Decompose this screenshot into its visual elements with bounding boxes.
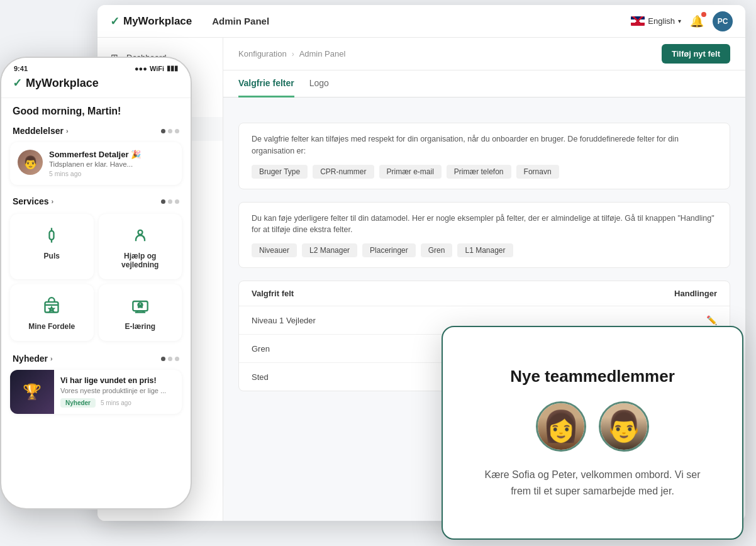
puls-icon	[40, 224, 63, 247]
uk-flag-svg	[631, 16, 645, 26]
tab-valgfrie-felter[interactable]: Valgfrie felter	[238, 70, 294, 98]
dot-3	[175, 357, 179, 361]
table-header: Valgfrit felt Handlinger	[239, 281, 730, 306]
message-time: 5 mins ago	[49, 170, 141, 177]
news-bottom: Nyheder 5 mins ago	[60, 398, 175, 408]
tabs: Valgfrie felter Logo	[223, 70, 745, 98]
service-puls-label: Puls	[44, 252, 60, 260]
dot-1	[161, 129, 165, 133]
tag-l2manager: L2 Manager	[302, 243, 357, 257]
service-elaering-label: E-læring	[125, 322, 155, 331]
messages-dots	[161, 129, 179, 133]
phone-header: ✓ MyWorkplace	[1, 72, 191, 98]
service-elaering[interactable]: E-læring	[99, 284, 182, 341]
add-field-button[interactable]: Tilføj nyt felt	[662, 44, 730, 64]
notification-badge	[701, 12, 706, 17]
tag-bruger-type: Bruger Type	[252, 165, 308, 179]
tag-placeringer: Placeringer	[362, 243, 416, 257]
field-name-gren: Gren	[252, 344, 270, 354]
news-image: 🏆	[10, 370, 54, 414]
service-help-label: Hjælp og vejledning	[106, 252, 175, 269]
welcome-avatars	[536, 401, 649, 452]
news-section-header: Nyheder ›	[1, 345, 191, 367]
lang-chevron-icon: ▾	[678, 18, 681, 25]
message-avatar: 👨	[18, 150, 43, 175]
news-content: Vi har lige vundet en pris! Vores nyeste…	[60, 370, 182, 414]
tag-niveauer: Niveauer	[252, 243, 297, 257]
signal-icon: ●●●	[135, 65, 147, 72]
message-card[interactable]: 👨 Sommerfest Detaljer 🎉 Tidsplanen er kl…	[10, 142, 182, 185]
dot-2	[168, 129, 172, 133]
tag-gren: Gren	[421, 243, 453, 257]
flag-icon	[631, 16, 645, 26]
edit-niveau-button[interactable]: ✏️	[706, 315, 717, 325]
avatar-sofia	[536, 401, 586, 452]
avatar-peter	[599, 401, 649, 452]
service-fordele-label: Mine Fordele	[28, 322, 75, 331]
dot-1	[161, 199, 165, 204]
message-preview: Tidsplanen er klar. Have...	[49, 160, 141, 168]
services-grid: Puls Hjælp og vejledning	[1, 210, 191, 345]
tag-cpr: CPR-nummer	[313, 165, 374, 179]
welcome-card: Nye teammedlemmer Kære Sofia og Peter, v…	[442, 326, 743, 540]
language-label: English	[648, 16, 675, 26]
breadcrumb-root: Konfiguration	[238, 49, 287, 58]
breadcrumb-separator: ›	[292, 50, 294, 58]
phone-status-icons: ●●● WiFi ▮▮▮	[135, 64, 178, 72]
info-text-2: Du kan føje yderligere felter til din da…	[252, 213, 717, 237]
service-help[interactable]: Hjælp og vejledning	[99, 214, 182, 279]
breadcrumb-current: Admin Panel	[299, 49, 346, 58]
phone-time: 9:41	[14, 65, 28, 72]
phone-logo: ✓ MyWorkplace	[13, 76, 179, 90]
breadcrumb: Konfiguration › Admin Panel	[238, 49, 345, 58]
service-puls[interactable]: Puls	[10, 214, 94, 279]
notifications-button[interactable]: 🔔	[690, 14, 704, 28]
news-card[interactable]: 🏆 Vi har lige vundet en pris! Vores nyes…	[10, 370, 182, 414]
app-logo: ✓ MyWorkplace	[110, 14, 192, 28]
message-content: Sommerfest Detaljer 🎉 Tidsplanen er klar…	[49, 150, 141, 177]
message-title: Sommerfest Detaljer 🎉	[49, 150, 141, 159]
dot-2	[168, 199, 172, 204]
services-section-header: Services ›	[1, 187, 191, 210]
services-title: Services ›	[13, 196, 53, 206]
info-box-extra: Du kan føje yderligere felter til din da…	[238, 202, 730, 269]
help-icon	[129, 224, 152, 247]
avatar-female-image	[538, 403, 584, 450]
news-title: Nyheder ›	[13, 354, 53, 364]
welcome-title: Nye teammedlemmer	[510, 367, 675, 386]
services-label: Services	[13, 196, 49, 206]
col-actions-label: Handlinger	[674, 289, 717, 298]
mobile-phone: 9:41 ●●● WiFi ▮▮▮ ✓ MyWorkplace Good mor…	[0, 57, 192, 510]
user-avatar-button[interactable]: PC	[713, 11, 733, 31]
elaering-icon	[129, 294, 152, 317]
avatar-male-image	[601, 403, 647, 450]
avatar-placeholder: 👨	[18, 150, 43, 175]
info-box-predefined: De valgfrie felter kan tilføjes med resp…	[238, 123, 730, 189]
svg-rect-0	[631, 16, 645, 26]
tag-email: Primær e-mail	[379, 165, 442, 179]
news-category-tag: Nyheder	[60, 398, 96, 408]
dot-2	[168, 357, 172, 361]
predefined-tags: Bruger Type CPR-nummer Primær e-mail Pri…	[252, 165, 717, 179]
phone-status-bar: 9:41 ●●● WiFi ▮▮▮	[1, 58, 191, 72]
fordele-icon	[40, 294, 63, 317]
news-chevron-icon: ›	[50, 355, 53, 362]
tag-telefon: Primær telefon	[447, 165, 511, 179]
tab-logo[interactable]: Logo	[309, 70, 329, 98]
dot-1	[161, 357, 165, 361]
messages-label: Meddelelser	[13, 126, 64, 136]
welcome-message: Kære Sofia og Peter, velkommen ombord. V…	[479, 467, 706, 499]
news-time-text: 5 mins ago	[101, 399, 131, 406]
language-selector[interactable]: English ▾	[631, 16, 681, 26]
news-img-inner: 🏆	[10, 370, 54, 414]
info-text-1: De valgfrie felter kan tilføjes med resp…	[252, 133, 717, 157]
services-chevron-icon: ›	[52, 198, 54, 205]
field-name-niveau: Niveau 1 Vejleder	[252, 316, 316, 325]
news-label: Nyheder	[13, 354, 48, 364]
topbar-right: English ▾ 🔔 PC	[631, 11, 733, 31]
phone-scroll-area[interactable]: Meddelelser › 👨 Sommerfest Detaljer 🎉 Ti…	[1, 117, 191, 508]
field-name-sted: Sted	[252, 372, 269, 382]
messages-title: Meddelelser ›	[13, 126, 69, 136]
services-dots	[161, 199, 179, 204]
service-fordele[interactable]: Mine Fordele	[10, 284, 94, 341]
